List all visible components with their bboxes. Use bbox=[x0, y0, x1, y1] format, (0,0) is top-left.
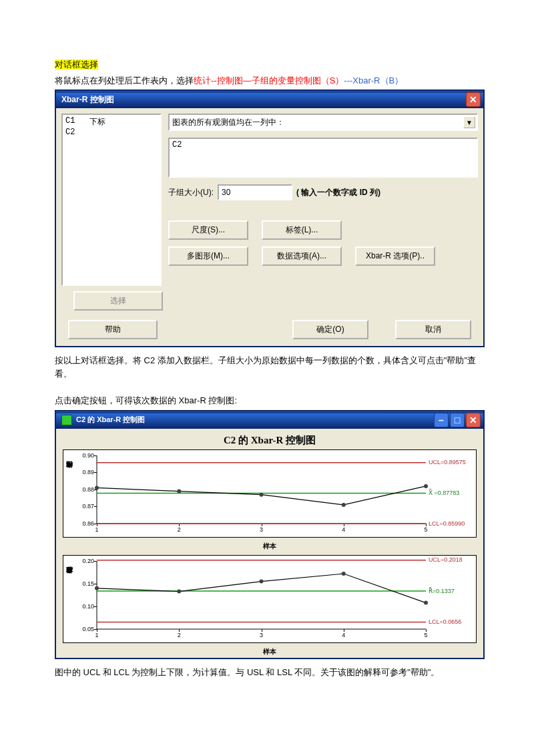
reference-line-label: LCL=0.0656 bbox=[429, 618, 461, 625]
x-axis-label: 样本 bbox=[63, 542, 477, 551]
svg-point-4 bbox=[177, 489, 181, 493]
chart-titlebar[interactable]: C2 的 Xbar-R 控制图 – □ ✕ bbox=[56, 411, 483, 429]
multigraph-button[interactable]: 多图形(M)... bbox=[168, 246, 248, 266]
dropdown-label: 图表的所有观测值均在一列中： bbox=[172, 117, 284, 128]
dialog-titlebar[interactable]: Xbar-R 控制图 ✕ bbox=[56, 91, 483, 108]
list-item: 下标 bbox=[89, 116, 105, 128]
paragraph-2: 按以上对话框选择。将 C2 添加入数据栏。子组大小为原始数据中每一列数据的个数，… bbox=[55, 354, 487, 380]
help-button[interactable]: 帮助 bbox=[68, 320, 158, 339]
reference-line-label: R̄=0.1337 bbox=[429, 588, 455, 594]
intro-text-blue: ---Xbar-R（B） bbox=[344, 75, 403, 85]
scale-button[interactable]: 尺度(S)... bbox=[168, 220, 248, 240]
chart-window: C2 的 Xbar-R 控制图 – □ ✕ C2 的 Xbar-R 控制图 样本… bbox=[55, 410, 485, 659]
select-button: 选择 bbox=[73, 291, 163, 311]
paragraph-4: 图中的 UCL 和 LCL 为控制上下限，为计算值。与 USL 和 LSL 不同… bbox=[55, 666, 487, 679]
reference-line-label: LCL=0.85990 bbox=[429, 520, 465, 527]
dataoptions-button[interactable]: 数据选项(A)... bbox=[262, 246, 342, 266]
section-heading: 对话框选择 bbox=[55, 59, 98, 69]
observations-dropdown[interactable]: 图表的所有观测值均在一列中： ▼ bbox=[168, 114, 478, 131]
reference-line-label: UCL=0.89575 bbox=[429, 459, 466, 465]
svg-point-6 bbox=[342, 502, 346, 506]
data-value: C2 bbox=[172, 140, 182, 150]
intro-text-a: 将鼠标点在列处理后工作表内，选择 bbox=[55, 75, 194, 85]
paragraph-3: 点击确定按钮，可得该次数据的 Xbar-R 控制图: bbox=[55, 394, 487, 407]
svg-point-11 bbox=[95, 586, 99, 590]
minimize-icon[interactable]: – bbox=[434, 413, 449, 427]
x-axis-label: 样本 bbox=[63, 647, 477, 656]
svg-point-12 bbox=[177, 589, 181, 593]
labels-button[interactable]: 标签(L)... bbox=[262, 220, 342, 240]
svg-point-5 bbox=[260, 492, 264, 496]
close-icon[interactable]: ✕ bbox=[466, 92, 481, 107]
svg-point-3 bbox=[95, 486, 99, 490]
chart-app-icon bbox=[61, 415, 72, 425]
list-item[interactable]: C2 bbox=[65, 128, 89, 137]
svg-point-7 bbox=[424, 484, 428, 488]
reference-line-label: UCL=0.2018 bbox=[429, 556, 463, 563]
maximize-icon[interactable]: □ bbox=[450, 413, 465, 427]
svg-point-13 bbox=[260, 579, 264, 583]
columns-listbox[interactable]: C1下标 C2 bbox=[61, 114, 162, 286]
cancel-button[interactable]: 取消 bbox=[395, 320, 471, 339]
close-icon[interactable]: ✕ bbox=[466, 413, 481, 427]
svg-point-14 bbox=[342, 572, 346, 576]
dialog-title: Xbar-R 控制图 bbox=[61, 94, 114, 106]
subgroup-size-label: 子组大小(U): bbox=[168, 187, 214, 198]
xbaroptions-button[interactable]: Xbar-R 选项(P).. bbox=[355, 246, 435, 266]
chart-window-title: C2 的 Xbar-R 控制图 bbox=[76, 415, 145, 425]
ok-button[interactable]: 确定(O) bbox=[292, 320, 368, 339]
r-chart-panel: 样本极差 0.050.100.150.2012345UCL=0.2018R̄=0… bbox=[63, 555, 477, 643]
subgroup-size-input[interactable]: 30 bbox=[218, 184, 292, 200]
data-columns-input[interactable]: C2 bbox=[168, 138, 478, 178]
chart-title: C2 的 Xbar-R 控制图 bbox=[63, 434, 477, 447]
reference-line-label: X̄ =0.87783 bbox=[429, 490, 459, 496]
list-item[interactable]: C1 bbox=[65, 116, 89, 128]
subgroup-hint: ( 输入一个数字或 ID 列) bbox=[296, 187, 380, 198]
chevron-down-icon[interactable]: ▼ bbox=[463, 116, 475, 128]
intro-text-red: 统计--控制图—子组的变量控制图（S） bbox=[194, 75, 344, 85]
xbar-chart-panel: 样本均值 0.860.870.880.890.9012345UCL=0.8957… bbox=[63, 449, 477, 538]
svg-point-15 bbox=[424, 600, 428, 604]
subgroup-value: 30 bbox=[222, 188, 230, 197]
dialog-xbar-r: Xbar-R 控制图 ✕ C1下标 C2 图表的所有观测值均在一列中： ▼ bbox=[55, 89, 485, 347]
intro-line: 将鼠标点在列处理后工作表内，选择统计--控制图—子组的变量控制图（S）---Xb… bbox=[55, 74, 487, 87]
